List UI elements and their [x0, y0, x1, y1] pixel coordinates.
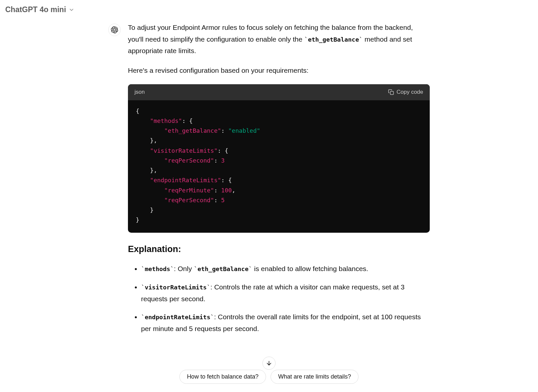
svg-rect-0 — [390, 91, 393, 95]
text-span: : Only — [174, 265, 194, 272]
text-span: is enabled to allow fetching balances. — [252, 265, 368, 272]
code-block: json Copy code { "methods": { "eth_getBa… — [128, 84, 430, 233]
intro-paragraph-2: Here's a revised configuration based on … — [128, 65, 430, 76]
list-item: `methods`: Only `eth_getBalance` is enab… — [141, 263, 430, 275]
suggestion-pill[interactable]: What are rate limits details? — [271, 370, 359, 384]
copy-icon — [388, 89, 394, 95]
arrow-down-icon — [266, 360, 272, 366]
assistant-message: To adjust your Endpoint Armor rules to f… — [108, 19, 430, 341]
inline-code: eth_getBalance — [197, 265, 249, 272]
conversation-scroll-area[interactable]: To adjust your Endpoint Armor rules to f… — [0, 0, 538, 392]
inline-code: methods — [145, 265, 170, 272]
assistant-avatar — [108, 24, 121, 36]
openai-logo-icon — [111, 26, 118, 33]
intro-paragraph-1: To adjust your Endpoint Armor rules to f… — [128, 22, 430, 57]
suggestion-pill[interactable]: How to fetch balance data? — [179, 370, 266, 384]
suggestion-row: How to fetch balance data? What are rate… — [179, 370, 359, 384]
scroll-to-bottom-button[interactable] — [262, 357, 276, 370]
explanation-heading: Explanation: — [128, 242, 430, 257]
inline-code: eth_getBalance — [308, 36, 359, 43]
code-language-label: json — [134, 88, 145, 97]
list-item: `visitorRateLimits`: Controls the rate a… — [141, 281, 430, 304]
code-block-header: json Copy code — [128, 84, 430, 100]
copy-code-label: Copy code — [397, 88, 423, 97]
assistant-message-body: To adjust your Endpoint Armor rules to f… — [128, 22, 430, 341]
list-item: `endpointRateLimits`: Controls the overa… — [141, 311, 430, 334]
inline-code: endpointRateLimits — [145, 314, 210, 321]
explanation-list: `methods`: Only `eth_getBalance` is enab… — [132, 263, 430, 334]
inline-code: visitorRateLimits — [145, 284, 207, 291]
copy-code-button[interactable]: Copy code — [388, 88, 423, 97]
code-content[interactable]: { "methods": { "eth_getBalance": "enable… — [128, 100, 430, 233]
